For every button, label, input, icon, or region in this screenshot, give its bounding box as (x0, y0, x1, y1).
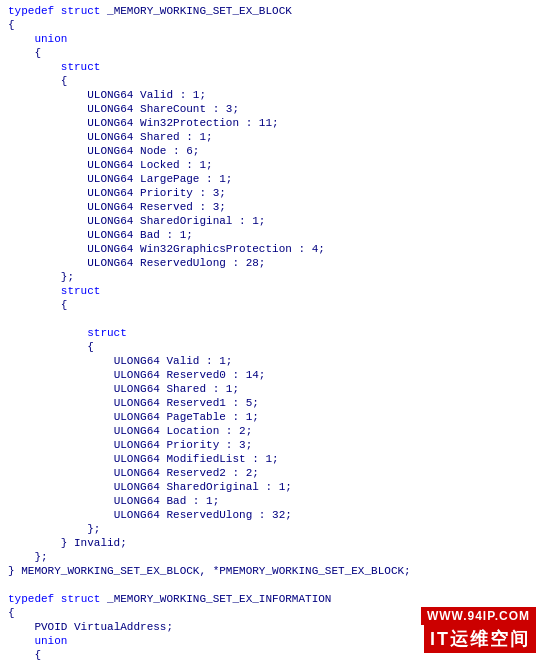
code-line: }; (0, 522, 546, 536)
code-line: ULONG64 PageTable : 1; (0, 410, 546, 424)
code-line: { (0, 298, 546, 312)
code-line: ULONG64 ModifiedList : 1; (0, 452, 546, 466)
code-line: } Invalid; (0, 536, 546, 550)
code-line: ULONG64 Locked : 1; (0, 158, 546, 172)
code-line: ULONG64 Location : 2; (0, 424, 546, 438)
code-line: { (0, 18, 546, 32)
code-line: ULONG64 Priority : 3; (0, 438, 546, 452)
code-line: ULONG64 Priority : 3; (0, 186, 546, 200)
watermark: WWW.94IP.COM IT运维空间 (421, 607, 536, 653)
code-line: ULONG64 Reserved0 : 14; (0, 368, 546, 382)
code-line (0, 312, 546, 326)
code-line: ULONG64 Node : 6; (0, 144, 546, 158)
code-line: struct (0, 326, 546, 340)
code-line: ULONG64 Win32Protection : 11; (0, 116, 546, 130)
code-line: { (0, 46, 546, 60)
watermark-url: WWW.94IP.COM (421, 607, 536, 625)
code-container: typedef struct _MEMORY_WORKING_SET_EX_BL… (0, 0, 546, 663)
code-line: ULONG64 ShareCount : 3; (0, 102, 546, 116)
code-line: struct (0, 60, 546, 74)
code-line: ULONG64 Shared : 1; (0, 130, 546, 144)
code-line: ULONG64 SharedOriginal : 1; (0, 214, 546, 228)
code-line: union (0, 32, 546, 46)
code-line: ULONG64 ReservedUlong : 28; (0, 256, 546, 270)
code-line: ULONG64 Valid : 1; (0, 354, 546, 368)
code-lines: typedef struct _MEMORY_WORKING_SET_EX_BL… (0, 4, 546, 663)
code-line: ULONG64 LargePage : 1; (0, 172, 546, 186)
code-line: ULONG64 Shared : 1; (0, 382, 546, 396)
code-line: ULONG64 Reserved2 : 2; (0, 466, 546, 480)
code-line (0, 578, 546, 592)
code-line: ULONG64 Reserved1 : 5; (0, 396, 546, 410)
code-line: ULONG64 Bad : 1; (0, 228, 546, 242)
watermark-text: IT运维空间 (424, 625, 536, 653)
code-line: struct (0, 284, 546, 298)
code-line: ULONG64 Reserved : 3; (0, 200, 546, 214)
code-line: { (0, 74, 546, 88)
code-line: ULONG64 SharedOriginal : 1; (0, 480, 546, 494)
code-line: typedef struct _MEMORY_WORKING_SET_EX_BL… (0, 4, 546, 18)
code-line: ULONG64 Valid : 1; (0, 88, 546, 102)
code-line: ULONG64 Bad : 1; (0, 494, 546, 508)
code-line: ULONG64 ReservedUlong : 32; (0, 508, 546, 522)
code-line: }; (0, 550, 546, 564)
code-line: ULONG64 Win32GraphicsProtection : 4; (0, 242, 546, 256)
code-line: { (0, 340, 546, 354)
code-line: } MEMORY_WORKING_SET_EX_BLOCK, *PMEMORY_… (0, 564, 546, 578)
code-line: }; (0, 270, 546, 284)
code-line: typedef struct _MEMORY_WORKING_SET_EX_IN… (0, 592, 546, 606)
